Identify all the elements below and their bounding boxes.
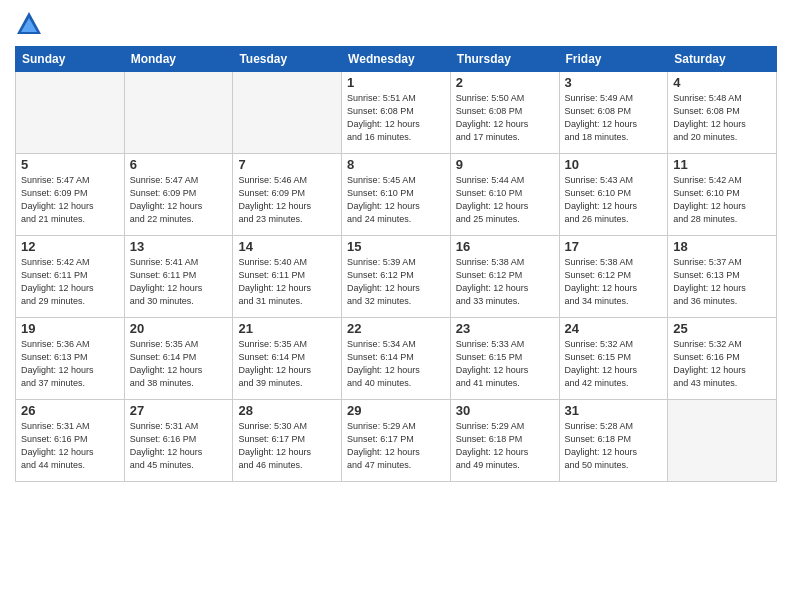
- day-info: Sunrise: 5:31 AMSunset: 6:16 PMDaylight:…: [21, 420, 119, 472]
- day-number: 4: [673, 75, 771, 90]
- day-cell: 27Sunrise: 5:31 AMSunset: 6:16 PMDayligh…: [124, 400, 233, 482]
- day-info: Sunrise: 5:46 AMSunset: 6:09 PMDaylight:…: [238, 174, 336, 226]
- day-cell: 31Sunrise: 5:28 AMSunset: 6:18 PMDayligh…: [559, 400, 668, 482]
- day-cell: 18Sunrise: 5:37 AMSunset: 6:13 PMDayligh…: [668, 236, 777, 318]
- day-info: Sunrise: 5:38 AMSunset: 6:12 PMDaylight:…: [565, 256, 663, 308]
- day-info: Sunrise: 5:39 AMSunset: 6:12 PMDaylight:…: [347, 256, 445, 308]
- weekday-header-monday: Monday: [124, 47, 233, 72]
- day-info: Sunrise: 5:38 AMSunset: 6:12 PMDaylight:…: [456, 256, 554, 308]
- day-info: Sunrise: 5:35 AMSunset: 6:14 PMDaylight:…: [238, 338, 336, 390]
- header: [15, 10, 777, 38]
- day-number: 30: [456, 403, 554, 418]
- day-cell: 25Sunrise: 5:32 AMSunset: 6:16 PMDayligh…: [668, 318, 777, 400]
- week-row-3: 12Sunrise: 5:42 AMSunset: 6:11 PMDayligh…: [16, 236, 777, 318]
- weekday-header-saturday: Saturday: [668, 47, 777, 72]
- day-number: 27: [130, 403, 228, 418]
- day-cell: 10Sunrise: 5:43 AMSunset: 6:10 PMDayligh…: [559, 154, 668, 236]
- weekday-header-sunday: Sunday: [16, 47, 125, 72]
- day-cell: 13Sunrise: 5:41 AMSunset: 6:11 PMDayligh…: [124, 236, 233, 318]
- day-cell: 15Sunrise: 5:39 AMSunset: 6:12 PMDayligh…: [342, 236, 451, 318]
- day-cell: 11Sunrise: 5:42 AMSunset: 6:10 PMDayligh…: [668, 154, 777, 236]
- weekday-header-wednesday: Wednesday: [342, 47, 451, 72]
- day-cell: 23Sunrise: 5:33 AMSunset: 6:15 PMDayligh…: [450, 318, 559, 400]
- day-number: 20: [130, 321, 228, 336]
- day-cell: [16, 72, 125, 154]
- day-info: Sunrise: 5:32 AMSunset: 6:15 PMDaylight:…: [565, 338, 663, 390]
- week-row-2: 5Sunrise: 5:47 AMSunset: 6:09 PMDaylight…: [16, 154, 777, 236]
- day-cell: 28Sunrise: 5:30 AMSunset: 6:17 PMDayligh…: [233, 400, 342, 482]
- day-cell: 7Sunrise: 5:46 AMSunset: 6:09 PMDaylight…: [233, 154, 342, 236]
- day-info: Sunrise: 5:32 AMSunset: 6:16 PMDaylight:…: [673, 338, 771, 390]
- week-row-1: 1Sunrise: 5:51 AMSunset: 6:08 PMDaylight…: [16, 72, 777, 154]
- day-cell: 24Sunrise: 5:32 AMSunset: 6:15 PMDayligh…: [559, 318, 668, 400]
- weekday-header-thursday: Thursday: [450, 47, 559, 72]
- logo-icon: [15, 10, 43, 38]
- day-info: Sunrise: 5:40 AMSunset: 6:11 PMDaylight:…: [238, 256, 336, 308]
- day-cell: [233, 72, 342, 154]
- day-number: 22: [347, 321, 445, 336]
- day-number: 24: [565, 321, 663, 336]
- day-cell: 14Sunrise: 5:40 AMSunset: 6:11 PMDayligh…: [233, 236, 342, 318]
- day-info: Sunrise: 5:45 AMSunset: 6:10 PMDaylight:…: [347, 174, 445, 226]
- day-cell: 9Sunrise: 5:44 AMSunset: 6:10 PMDaylight…: [450, 154, 559, 236]
- day-number: 14: [238, 239, 336, 254]
- day-info: Sunrise: 5:36 AMSunset: 6:13 PMDaylight:…: [21, 338, 119, 390]
- day-number: 16: [456, 239, 554, 254]
- day-info: Sunrise: 5:30 AMSunset: 6:17 PMDaylight:…: [238, 420, 336, 472]
- day-info: Sunrise: 5:33 AMSunset: 6:15 PMDaylight:…: [456, 338, 554, 390]
- day-info: Sunrise: 5:41 AMSunset: 6:11 PMDaylight:…: [130, 256, 228, 308]
- day-number: 28: [238, 403, 336, 418]
- day-number: 15: [347, 239, 445, 254]
- day-number: 25: [673, 321, 771, 336]
- day-info: Sunrise: 5:29 AMSunset: 6:17 PMDaylight:…: [347, 420, 445, 472]
- day-number: 8: [347, 157, 445, 172]
- day-number: 31: [565, 403, 663, 418]
- day-number: 12: [21, 239, 119, 254]
- day-cell: 29Sunrise: 5:29 AMSunset: 6:17 PMDayligh…: [342, 400, 451, 482]
- day-number: 6: [130, 157, 228, 172]
- day-number: 17: [565, 239, 663, 254]
- logo: [15, 10, 47, 38]
- day-cell: 16Sunrise: 5:38 AMSunset: 6:12 PMDayligh…: [450, 236, 559, 318]
- day-number: 7: [238, 157, 336, 172]
- week-row-5: 26Sunrise: 5:31 AMSunset: 6:16 PMDayligh…: [16, 400, 777, 482]
- day-cell: 22Sunrise: 5:34 AMSunset: 6:14 PMDayligh…: [342, 318, 451, 400]
- day-cell: 30Sunrise: 5:29 AMSunset: 6:18 PMDayligh…: [450, 400, 559, 482]
- day-number: 3: [565, 75, 663, 90]
- day-cell: 26Sunrise: 5:31 AMSunset: 6:16 PMDayligh…: [16, 400, 125, 482]
- day-info: Sunrise: 5:29 AMSunset: 6:18 PMDaylight:…: [456, 420, 554, 472]
- day-cell: 17Sunrise: 5:38 AMSunset: 6:12 PMDayligh…: [559, 236, 668, 318]
- day-info: Sunrise: 5:44 AMSunset: 6:10 PMDaylight:…: [456, 174, 554, 226]
- day-info: Sunrise: 5:49 AMSunset: 6:08 PMDaylight:…: [565, 92, 663, 144]
- day-cell: 21Sunrise: 5:35 AMSunset: 6:14 PMDayligh…: [233, 318, 342, 400]
- day-cell: 6Sunrise: 5:47 AMSunset: 6:09 PMDaylight…: [124, 154, 233, 236]
- day-number: 26: [21, 403, 119, 418]
- weekday-header-row: SundayMondayTuesdayWednesdayThursdayFrid…: [16, 47, 777, 72]
- day-number: 18: [673, 239, 771, 254]
- day-cell: 20Sunrise: 5:35 AMSunset: 6:14 PMDayligh…: [124, 318, 233, 400]
- day-number: 9: [456, 157, 554, 172]
- day-number: 13: [130, 239, 228, 254]
- day-info: Sunrise: 5:28 AMSunset: 6:18 PMDaylight:…: [565, 420, 663, 472]
- day-number: 23: [456, 321, 554, 336]
- day-cell: 19Sunrise: 5:36 AMSunset: 6:13 PMDayligh…: [16, 318, 125, 400]
- weekday-header-tuesday: Tuesday: [233, 47, 342, 72]
- weekday-header-friday: Friday: [559, 47, 668, 72]
- calendar: SundayMondayTuesdayWednesdayThursdayFrid…: [15, 46, 777, 482]
- day-number: 29: [347, 403, 445, 418]
- day-number: 5: [21, 157, 119, 172]
- day-info: Sunrise: 5:34 AMSunset: 6:14 PMDaylight:…: [347, 338, 445, 390]
- day-number: 1: [347, 75, 445, 90]
- day-info: Sunrise: 5:43 AMSunset: 6:10 PMDaylight:…: [565, 174, 663, 226]
- day-info: Sunrise: 5:47 AMSunset: 6:09 PMDaylight:…: [21, 174, 119, 226]
- day-number: 10: [565, 157, 663, 172]
- day-info: Sunrise: 5:48 AMSunset: 6:08 PMDaylight:…: [673, 92, 771, 144]
- week-row-4: 19Sunrise: 5:36 AMSunset: 6:13 PMDayligh…: [16, 318, 777, 400]
- day-cell: [668, 400, 777, 482]
- day-info: Sunrise: 5:51 AMSunset: 6:08 PMDaylight:…: [347, 92, 445, 144]
- day-number: 21: [238, 321, 336, 336]
- day-number: 11: [673, 157, 771, 172]
- day-cell: 5Sunrise: 5:47 AMSunset: 6:09 PMDaylight…: [16, 154, 125, 236]
- day-cell: 1Sunrise: 5:51 AMSunset: 6:08 PMDaylight…: [342, 72, 451, 154]
- day-info: Sunrise: 5:37 AMSunset: 6:13 PMDaylight:…: [673, 256, 771, 308]
